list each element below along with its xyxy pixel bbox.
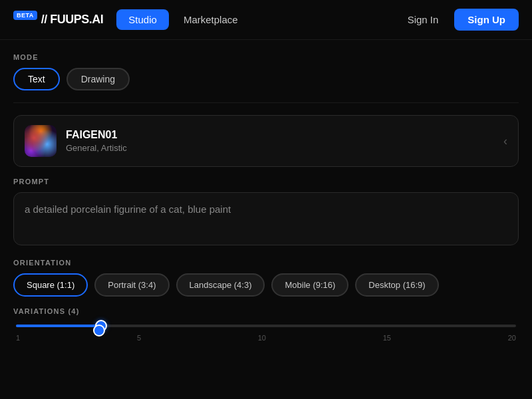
slider-label-10: 10 xyxy=(258,334,266,342)
divider-1 xyxy=(13,102,519,103)
model-info: FAIGEN01 General, Artistic xyxy=(66,129,494,153)
slider-track xyxy=(16,325,516,327)
variations-range-input[interactable] xyxy=(16,325,516,327)
orient-mobile-button[interactable]: Mobile (9:16) xyxy=(271,273,348,297)
variations-slider-container: 1 5 10 15 20 xyxy=(13,325,519,342)
model-avatar xyxy=(25,125,57,157)
nav-marketplace-tab[interactable]: Marketplace xyxy=(172,9,250,30)
logo-text: // FUUPS.AI xyxy=(41,13,104,27)
mode-label: MODE xyxy=(13,53,519,61)
slider-label-1: 1 xyxy=(16,334,20,342)
model-name: FAIGEN01 xyxy=(66,129,494,141)
mode-drawing-button[interactable]: Drawing xyxy=(66,68,130,90)
nav-tabs: Studio Marketplace xyxy=(116,9,249,30)
prompt-section: PROMPT a detailed porcelain figurine of … xyxy=(13,178,519,248)
main-content: MODE Text Drawing FAIGEN01 General, Arti… xyxy=(0,40,532,355)
logo-area: BETA // FUUPS.AI xyxy=(13,13,103,27)
orient-landscape-button[interactable]: Landscape (4:3) xyxy=(176,273,265,297)
orient-portrait-button[interactable]: Portrait (3:4) xyxy=(94,273,169,297)
mode-text-button[interactable]: Text xyxy=(13,68,60,90)
chevron-left-icon: ‹ xyxy=(503,134,507,148)
sign-in-button[interactable]: Sign In xyxy=(397,9,450,31)
prompt-input[interactable]: a detailed porcelain figurine of a cat, … xyxy=(13,192,519,245)
orientation-label: ORIENTATION xyxy=(13,259,519,267)
slider-labels: 1 5 10 15 20 xyxy=(16,334,516,342)
sign-up-button[interactable]: Sign Up xyxy=(454,9,519,31)
model-tags: General, Artistic xyxy=(66,143,494,153)
orient-desktop-button[interactable]: Desktop (16:9) xyxy=(355,273,438,297)
mode-buttons-group: Text Drawing xyxy=(13,68,519,90)
orientation-section: ORIENTATION Square (1:1) Portrait (3:4) … xyxy=(13,259,519,297)
mode-section: MODE Text Drawing xyxy=(13,53,519,90)
variations-label: VARIATIONS (4) xyxy=(13,307,519,315)
model-card[interactable]: FAIGEN01 General, Artistic ‹ xyxy=(13,115,519,167)
slider-label-15: 15 xyxy=(383,334,391,342)
slider-label-5: 5 xyxy=(137,334,141,342)
header: BETA // FUUPS.AI Studio Marketplace Sign… xyxy=(0,0,532,40)
slider-label-20: 20 xyxy=(508,334,516,342)
variations-section: VARIATIONS (4) 1 5 10 15 20 xyxy=(13,307,519,342)
orientation-buttons-group: Square (1:1) Portrait (3:4) Landscape (4… xyxy=(13,273,519,297)
prompt-label: PROMPT xyxy=(13,178,519,186)
orient-square-button[interactable]: Square (1:1) xyxy=(13,273,88,297)
beta-badge: BETA xyxy=(13,11,37,20)
nav-studio-tab[interactable]: Studio xyxy=(116,9,169,30)
